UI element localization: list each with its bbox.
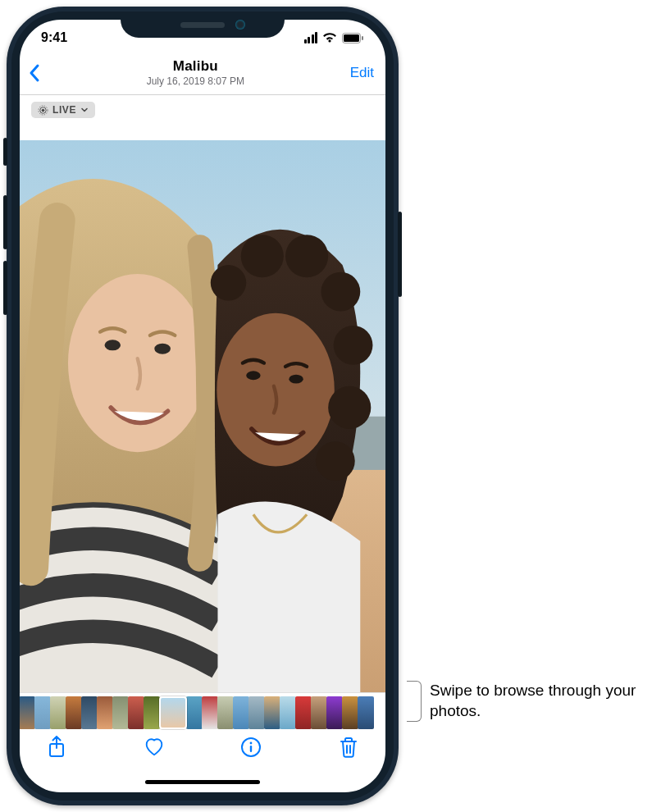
svg-point-20 xyxy=(328,385,371,428)
live-badge-row: LIVE xyxy=(20,95,385,119)
phone-frame: 9:41 Ma xyxy=(7,7,399,805)
svg-point-13 xyxy=(246,371,260,380)
chevron-down-icon xyxy=(80,106,89,114)
svg-point-19 xyxy=(334,325,373,364)
live-badge-label: LIVE xyxy=(52,104,76,116)
screen: 9:41 Ma xyxy=(20,20,385,792)
cellular-icon xyxy=(304,32,318,43)
thumbnail[interactable] xyxy=(248,696,265,729)
delete-button[interactable] xyxy=(338,737,359,758)
thumbnail[interactable] xyxy=(81,696,98,729)
thumbnail[interactable] xyxy=(128,696,144,729)
thumbnail[interactable] xyxy=(295,696,312,729)
thumbnail[interactable] xyxy=(233,696,249,729)
status-indicators xyxy=(304,32,365,43)
live-photo-badge[interactable]: LIVE xyxy=(31,102,95,118)
edit-button[interactable]: Edit xyxy=(350,65,374,81)
callout-text: Swipe to browse through your photos. xyxy=(430,681,659,721)
callout: Swipe to browse through your photos. xyxy=(407,681,659,722)
side-button[interactable] xyxy=(398,212,402,297)
thumbnail[interactable] xyxy=(66,696,82,729)
svg-point-10 xyxy=(105,340,121,350)
navigation-bar: Malibu July 16, 2019 8:07 PM Edit xyxy=(20,56,385,95)
notch xyxy=(121,11,285,38)
thumbnail[interactable] xyxy=(50,696,66,729)
share-button[interactable] xyxy=(46,737,67,758)
battery-icon xyxy=(342,33,364,43)
back-button[interactable] xyxy=(28,63,41,83)
thumbnail[interactable] xyxy=(326,696,343,729)
thumbnail[interactable] xyxy=(186,696,203,729)
mute-switch[interactable] xyxy=(3,138,7,166)
thumbnail[interactable] xyxy=(358,696,374,729)
home-indicator[interactable] xyxy=(20,771,385,792)
thumbnail[interactable] xyxy=(280,696,296,729)
svg-rect-2 xyxy=(362,36,363,40)
phone-bezel: 9:41 Ma xyxy=(11,11,394,801)
nav-subtitle: July 16, 2019 8:07 PM xyxy=(147,75,244,87)
svg-rect-25 xyxy=(250,746,252,752)
callout-bracket xyxy=(407,681,422,722)
thumbnail[interactable] xyxy=(342,696,358,729)
thumbnail[interactable] xyxy=(202,696,218,729)
photo-viewer[interactable] xyxy=(20,140,385,693)
thumbnail[interactable] xyxy=(97,696,113,729)
thumbnail[interactable] xyxy=(311,696,327,729)
thumbnail[interactable] xyxy=(144,696,160,729)
thumbnail[interactable] xyxy=(112,696,129,729)
photo-scrubber[interactable] xyxy=(20,692,385,732)
svg-point-15 xyxy=(211,265,246,300)
thumbnail[interactable] xyxy=(217,696,234,729)
front-camera xyxy=(235,20,245,30)
toolbar xyxy=(20,732,385,771)
wifi-icon xyxy=(322,32,337,43)
nav-title: Malibu xyxy=(147,58,244,75)
status-time: 9:41 xyxy=(41,30,67,45)
svg-point-11 xyxy=(154,343,171,354)
volume-down-button[interactable] xyxy=(3,261,7,315)
svg-point-16 xyxy=(241,235,284,277)
earpiece xyxy=(180,22,225,28)
live-photo-icon xyxy=(38,105,48,116)
svg-point-17 xyxy=(285,235,328,277)
favorite-button[interactable] xyxy=(144,737,165,758)
volume-up-button[interactable] xyxy=(3,195,7,249)
thumbnail[interactable] xyxy=(20,696,35,729)
svg-point-21 xyxy=(316,441,355,481)
nav-title-block: Malibu July 16, 2019 8:07 PM xyxy=(147,58,244,87)
thumbnail[interactable] xyxy=(264,696,280,729)
thumbnail[interactable] xyxy=(34,696,51,729)
svg-point-3 xyxy=(42,108,45,112)
info-button[interactable] xyxy=(240,737,262,758)
svg-point-24 xyxy=(250,742,253,745)
thumbnail[interactable] xyxy=(159,696,187,729)
svg-rect-1 xyxy=(344,34,359,42)
svg-point-14 xyxy=(289,374,303,383)
svg-point-18 xyxy=(321,271,360,311)
